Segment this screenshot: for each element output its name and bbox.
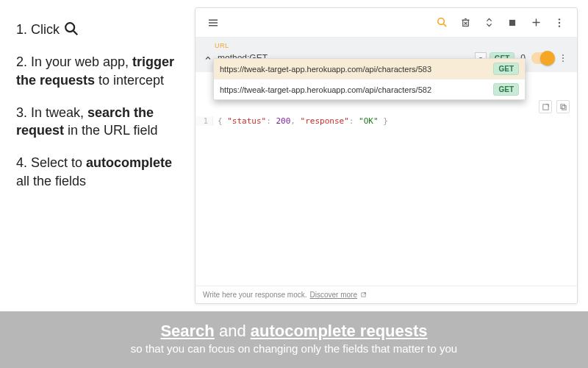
step-1: 1. Click [16, 21, 182, 38]
menu-icon[interactable] [201, 11, 225, 35]
search-icon[interactable] [430, 11, 453, 35]
svg-rect-22 [562, 105, 566, 110]
footer-text: Write here your response mock. [203, 291, 307, 299]
autocomplete-dropdown: https://tweak-target-app.herokuapp.com/a… [213, 58, 526, 100]
enable-toggle[interactable] [531, 52, 553, 64]
collapse-icon[interactable] [477, 11, 501, 35]
svg-rect-21 [542, 104, 548, 109]
suggestion-method-badge: GET [493, 63, 519, 75]
step1-text: 1. Click [16, 22, 63, 37]
svg-point-19 [562, 57, 564, 59]
add-icon[interactable] [524, 11, 548, 35]
response-editor-area: 1 { "status": 200, "response": "OK" } Wr… [196, 72, 577, 303]
code-content: { "status": 200, "response": "OK" } [213, 116, 388, 126]
step-4: 4. Select to autocomplete all the fields [16, 154, 182, 190]
svg-point-5 [437, 18, 444, 24]
svg-point-0 [65, 23, 74, 32]
suggestion-item[interactable]: https://tweak-target-app.herokuapp.com/a… [214, 59, 525, 79]
step-3: 3. In tweak, search the request in the U… [16, 104, 182, 140]
svg-point-18 [562, 54, 564, 56]
suggestion-method-badge: GET [493, 83, 519, 96]
banner-title: Search and autocomplete requests [15, 322, 573, 341]
instructions-pane: 1. Click 2. In your web app, trigger the… [0, 0, 195, 311]
top-toolbar [196, 8, 577, 38]
stop-icon[interactable] [501, 11, 524, 35]
suggestion-item[interactable]: https://tweak-target-app.herokuapp.com/a… [214, 79, 525, 99]
line-number: 1 [196, 116, 213, 126]
bottom-banner: Search and autocomplete requests so that… [0, 311, 588, 368]
svg-rect-12 [509, 19, 515, 25]
tweak-panel: URL ▾ GET 0 [195, 7, 578, 304]
banner-subtitle: so that you can focus on changing only t… [15, 342, 573, 355]
delete-icon[interactable] [453, 11, 477, 35]
svg-point-15 [559, 18, 560, 20]
magnifier-icon [63, 21, 79, 37]
row-more-icon[interactable] [556, 53, 570, 63]
expand-editor-icon[interactable] [539, 100, 552, 113]
url-label: URL [215, 42, 570, 49]
copy-icon[interactable] [556, 100, 570, 113]
discover-more-link[interactable]: Discover more [310, 291, 357, 299]
svg-line-1 [74, 31, 78, 35]
code-editor[interactable]: 1 { "status": 200, "response": "OK" } [196, 116, 577, 286]
svg-point-17 [559, 25, 560, 26]
svg-line-6 [443, 24, 446, 27]
svg-point-20 [562, 60, 564, 62]
suggestion-url: https://tweak-target-app.herokuapp.com/a… [220, 65, 431, 74]
editor-footer: Write here your response mock. Discover … [196, 286, 577, 303]
url-row: URL ▾ GET 0 [196, 38, 577, 72]
external-link-icon [360, 291, 367, 298]
chevron-up-icon[interactable] [203, 54, 213, 63]
more-icon[interactable] [548, 11, 571, 35]
suggestion-url: https://tweak-target-app.herokuapp.com/a… [220, 85, 431, 94]
svg-rect-23 [560, 104, 564, 108]
svg-point-16 [559, 21, 560, 23]
step-2: 2. In your web app, trigger the requests… [16, 53, 182, 89]
